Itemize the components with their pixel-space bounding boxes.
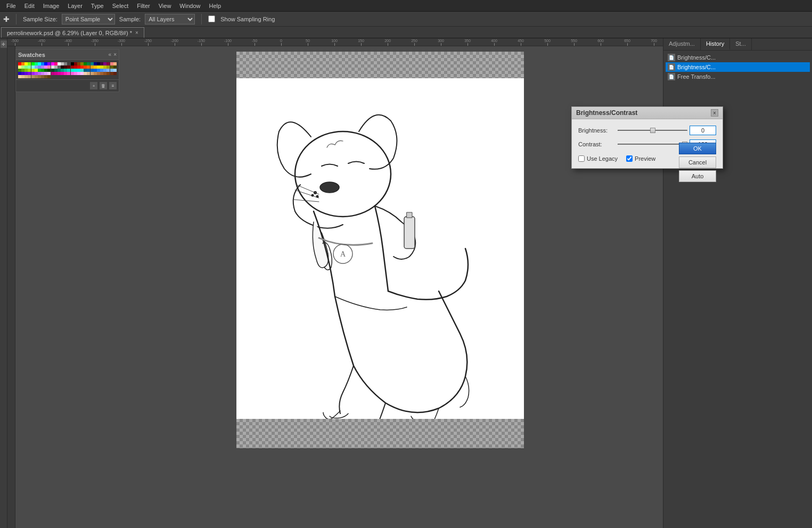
swatch-119[interactable] xyxy=(113,72,117,75)
tab-styles[interactable]: St... xyxy=(730,38,752,50)
swatch-100[interactable] xyxy=(51,72,54,75)
contrast-slider-track xyxy=(618,144,687,145)
swatches-menu-button[interactable]: ≡ xyxy=(109,82,117,89)
svg-rect-6 xyxy=(407,212,412,218)
swatch-114[interactable] xyxy=(97,72,100,75)
svg-point-2 xyxy=(320,182,339,193)
swatch-116[interactable] xyxy=(103,72,106,75)
canvas-container: Swatches « × + 🗑 ≡ xyxy=(7,46,663,528)
history-list: 📄 Brightness/C... 📄 Brightness/C... 📄 Fr… xyxy=(663,51,812,84)
swatch-129[interactable] xyxy=(47,75,51,78)
auto-button[interactable]: Auto xyxy=(679,170,716,182)
cancel-button[interactable]: Cancel xyxy=(679,156,716,168)
toolbar: ✚ Sample Size: Point Sample 3 by 3 Avera… xyxy=(0,12,812,27)
swatch-101[interactable] xyxy=(54,72,58,75)
swatch-107[interactable] xyxy=(74,72,77,75)
menu-view[interactable]: View xyxy=(154,2,176,10)
swatch-105[interactable] xyxy=(67,72,70,75)
tab-history[interactable]: History xyxy=(701,38,730,50)
history-item-0[interactable]: 📄 Brightness/C... xyxy=(666,53,810,62)
menubar: File Edit Image Layer Type Select Filter… xyxy=(0,0,812,12)
document-tab[interactable]: perrolinework.psd @ 6.29% (Layer 0, RGB/… xyxy=(1,27,144,38)
swatch-106[interactable] xyxy=(71,72,74,75)
delete-swatch-button[interactable]: 🗑 xyxy=(100,82,107,89)
dialog-buttons: OK Cancel Auto xyxy=(679,143,716,182)
menu-image[interactable]: Image xyxy=(39,2,64,10)
svg-rect-0 xyxy=(236,78,524,419)
tabbar: perrolinework.psd @ 6.29% (Layer 0, RGB/… xyxy=(0,27,812,38)
ok-button[interactable]: OK xyxy=(679,143,716,154)
dialog-close-button[interactable]: × xyxy=(711,109,718,117)
menu-window[interactable]: Window xyxy=(175,2,204,10)
swatch-115[interactable] xyxy=(100,72,103,75)
history-item-label-0: Brightness/C... xyxy=(677,54,716,61)
swatch-103[interactable] xyxy=(61,72,64,75)
swatch-104[interactable] xyxy=(64,72,67,75)
swatch-118[interactable] xyxy=(110,72,113,75)
content-area: -500-450-400-350-300-250-200-150-100-500… xyxy=(7,38,663,528)
history-item-icon-1: 📄 xyxy=(668,63,675,71)
tab-adjustments[interactable]: Adjustm... xyxy=(663,38,701,50)
swatch-122[interactable] xyxy=(24,75,28,78)
tool-eyedropper[interactable]: ✛ xyxy=(1,40,7,48)
brightness-label: Brightness: xyxy=(578,127,616,134)
menu-layer[interactable]: Layer xyxy=(63,2,87,10)
swatches-collapse-button[interactable]: « xyxy=(109,52,112,57)
history-item-2[interactable]: 📄 Free Transfo... xyxy=(666,72,810,81)
left-ruler xyxy=(7,46,15,528)
contrast-slider[interactable] xyxy=(618,141,687,148)
use-legacy-label: Use Legacy xyxy=(587,155,618,162)
swatch-109[interactable] xyxy=(80,72,84,75)
history-item-1[interactable]: 📄 Brightness/C... xyxy=(666,62,810,72)
show-sampling-ring-label: Show Sampling Ring xyxy=(220,16,275,22)
swatches-panel: Swatches « × + 🗑 ≡ xyxy=(15,49,119,92)
swatch-108[interactable] xyxy=(77,72,80,75)
dialog-titlebar: Brightness/Contrast × xyxy=(572,107,723,119)
history-item-label-1: Brightness/C... xyxy=(677,64,716,70)
swatch-113[interactable] xyxy=(94,72,97,75)
svg-point-11 xyxy=(317,196,318,197)
brightness-contrast-dialog: Brightness/Contrast × Brightness: Contra… xyxy=(571,106,723,169)
menu-file[interactable]: File xyxy=(2,2,20,10)
swatches-footer: + 🗑 ≡ xyxy=(16,79,119,92)
history-item-icon-0: 📄 xyxy=(668,54,675,61)
swatch-128[interactable] xyxy=(44,75,47,78)
ruler-ticks-container: -500-450-400-350-300-250-200-150-100-500… xyxy=(7,38,663,46)
swatch-121[interactable] xyxy=(21,75,24,78)
swatch-112[interactable] xyxy=(91,72,94,75)
swatch-120[interactable] xyxy=(18,75,21,78)
sample-size-select[interactable]: Point Sample 3 by 3 Average 5 by 5 Avera… xyxy=(62,14,115,24)
swatches-close-button[interactable]: × xyxy=(113,52,117,57)
use-legacy-checkbox[interactable] xyxy=(578,155,585,162)
svg-text:A: A xyxy=(340,250,346,258)
left-tools-panel: ✛ xyxy=(0,38,7,528)
swatch-125[interactable] xyxy=(35,75,38,78)
swatch-123[interactable] xyxy=(28,75,31,78)
swatch-110[interactable] xyxy=(84,72,87,75)
sample-select[interactable]: All Layers Current Layer xyxy=(145,14,195,24)
swatch-111[interactable] xyxy=(87,72,90,75)
menu-select[interactable]: Select xyxy=(108,2,133,10)
new-swatch-button[interactable]: + xyxy=(90,82,97,89)
menu-edit[interactable]: Edit xyxy=(20,2,39,10)
menu-filter[interactable]: Filter xyxy=(133,2,154,10)
toolbar-separator-1 xyxy=(16,14,17,24)
swatch-117[interactable] xyxy=(106,72,110,75)
preview-label: Preview xyxy=(635,155,655,162)
swatch-126[interactable] xyxy=(38,75,41,78)
brightness-input[interactable] xyxy=(690,126,716,135)
use-legacy-option: Use Legacy xyxy=(578,155,618,162)
swatch-127[interactable] xyxy=(41,75,44,78)
show-sampling-ring-checkbox[interactable] xyxy=(208,15,215,22)
menu-help[interactable]: Help xyxy=(204,2,225,10)
toolbar-separator-2 xyxy=(201,14,202,24)
preview-checkbox[interactable] xyxy=(626,155,633,162)
menu-type[interactable]: Type xyxy=(87,2,108,10)
brightness-slider[interactable] xyxy=(618,127,687,134)
panel-controls: « × xyxy=(109,52,117,57)
brightness-slider-thumb[interactable] xyxy=(650,128,655,133)
tab-close-button[interactable]: × xyxy=(135,30,138,36)
dialog-body: Brightness: Contrast: OK Cancel Auto xyxy=(572,119,723,168)
swatch-124[interactable] xyxy=(31,75,35,78)
swatch-102[interactable] xyxy=(58,72,61,75)
